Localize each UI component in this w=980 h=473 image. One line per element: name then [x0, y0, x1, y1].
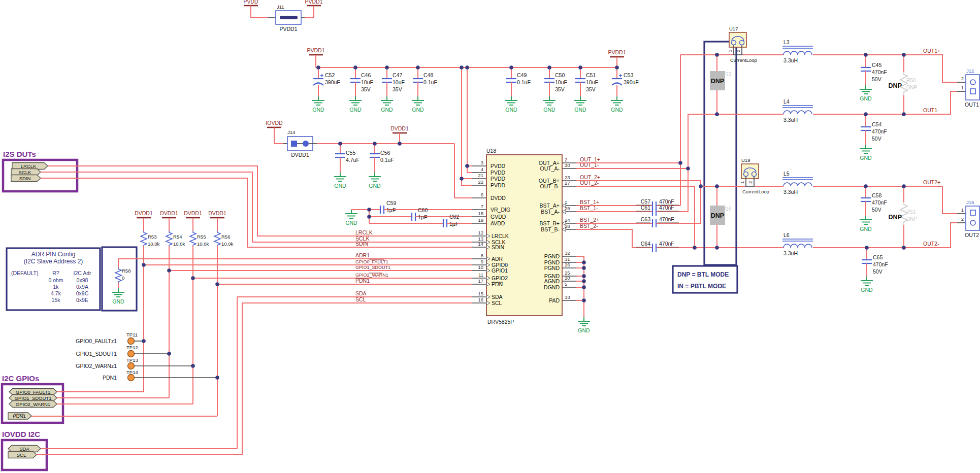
- pin-number: 2: [565, 157, 567, 162]
- cap-c60-value: 1µF: [418, 214, 427, 220]
- u17-ref: U17: [729, 26, 738, 31]
- cap-c59-ref[interactable]: C59: [386, 200, 396, 206]
- pin-name: PVDD: [491, 182, 506, 188]
- u19-ref: U19: [741, 157, 750, 163]
- ind-l6-value: 3.3uH: [783, 250, 798, 256]
- pin-name: PVDD: [491, 170, 506, 176]
- ind-l6-ref[interactable]: L6: [783, 232, 790, 238]
- i2c-gpios-title: I2C GPIOs: [2, 374, 39, 383]
- net-tag-sclk-label: SCLK: [19, 170, 31, 175]
- cap-c52-ref[interactable]: C52: [325, 72, 335, 78]
- cap-c65-ref[interactable]: C65: [873, 254, 883, 260]
- cap-c45-value: 470nF: [872, 69, 887, 75]
- testpoint-tp11[interactable]: [128, 338, 135, 345]
- res-r55-ref[interactable]: R55: [197, 234, 206, 240]
- pin-number: 14: [478, 241, 483, 247]
- wire-label-out2p: OUT2+: [923, 179, 940, 185]
- pin-number: 23: [565, 175, 570, 180]
- tp11-ref: TP11: [126, 332, 138, 337]
- adr-row-a: 0x9E: [76, 297, 88, 303]
- res-r53-ref[interactable]: R53: [148, 234, 156, 240]
- adr-row-a: 0x9A: [76, 284, 88, 290]
- pin-number: 10: [478, 264, 483, 270]
- pin-name: VR_DIG: [491, 207, 510, 213]
- net-label-pvdd1-right: PVDD1: [608, 49, 626, 55]
- pin-number: 1: [565, 199, 567, 205]
- pin-number: 24: [565, 217, 570, 223]
- pin-number: 4: [481, 166, 483, 172]
- cap-c46-ref[interactable]: C46: [361, 72, 371, 78]
- gnd-label: GND: [112, 298, 124, 305]
- j12-pin-top-number: 2: [961, 76, 964, 81]
- schematic-canvas: PVDD PVDD1 J11 PVDD1 PVDD1 PVDD1 GND C52…: [0, 0, 980, 473]
- pin-number: 21: [478, 173, 483, 178]
- ind-l3-value: 3.3uH: [783, 57, 798, 63]
- cap-c63-ref[interactable]: C63: [641, 216, 650, 222]
- adr-row-r: 4.7k: [51, 290, 61, 296]
- net-tag-gpio2-warn1-label: GPIO2_WARN1: [16, 401, 50, 407]
- pin-number: 9: [481, 259, 483, 264]
- ind-l3-ref[interactable]: L3: [783, 39, 790, 45]
- gnd-label: GND: [412, 107, 424, 113]
- testpoint-tp13[interactable]: [128, 363, 135, 369]
- cap-c45-ref[interactable]: C45: [872, 62, 881, 68]
- res-r58-value: 0: [122, 275, 124, 281]
- testpoint-tp12[interactable]: [128, 351, 135, 357]
- cap-c48-value: 0.1uF: [423, 79, 437, 85]
- cap-c48-ref[interactable]: C48: [423, 72, 433, 78]
- adr-config-title: ADR PIN Config: [31, 251, 76, 258]
- cap-c50-ref[interactable]: C50: [555, 72, 565, 78]
- adr-row-a: 0x98: [77, 277, 88, 283]
- cap-c51-ref[interactable]: C51: [586, 72, 596, 78]
- testpoint-tp14[interactable]: [128, 375, 135, 381]
- tp13-ref: TP13: [126, 357, 138, 363]
- jumper-j14-net: DVDD1: [291, 152, 309, 158]
- pin-name: AGND: [544, 278, 560, 284]
- net-label-dvdd1: DVDD1: [390, 125, 409, 131]
- cap-c56-ref[interactable]: C56: [380, 150, 390, 156]
- pin-name: GVDD: [491, 214, 506, 220]
- pin-name: PGND: [544, 265, 560, 271]
- gnd-label: GND: [860, 95, 872, 102]
- ind-l4-ref[interactable]: L4: [783, 98, 790, 105]
- res-r56-ref[interactable]: R56: [221, 234, 230, 240]
- cap-c60-ref[interactable]: C60: [418, 207, 428, 213]
- cap-c64-ref[interactable]: C64: [641, 241, 650, 247]
- dnp-j13-ref: J13: [723, 72, 732, 77]
- tp12-ref: TP12: [126, 345, 138, 350]
- cap-c58-ref[interactable]: C58: [872, 192, 881, 198]
- pin-name: PVDD: [491, 163, 506, 169]
- cap-c55-ref[interactable]: C55: [346, 150, 355, 156]
- ind-l5-ref[interactable]: L5: [783, 171, 790, 177]
- jumper-j11-shunt: [280, 16, 298, 19]
- cap-c61-ref[interactable]: C61: [641, 205, 650, 211]
- cap-c47-ref[interactable]: C47: [393, 72, 402, 78]
- u19-label: CurrentLoop: [742, 189, 769, 194]
- cap-c51-value: 10uF: [586, 79, 598, 85]
- net-label-pvdd1: PVDD1: [305, 0, 322, 5]
- jumper-j11-ref: J11: [277, 4, 284, 10]
- wire-label-bst-1p: BST_1+: [580, 199, 599, 205]
- pin-name: GPIO2: [492, 275, 508, 281]
- wire-label-scl: SCL: [355, 296, 366, 302]
- jumper-j14-pin2: [303, 141, 309, 147]
- gnd-label: GND: [543, 107, 556, 113]
- j12-ref: J12: [966, 68, 974, 74]
- pin-number: 27: [565, 180, 570, 186]
- cap-c54-ref[interactable]: C54: [872, 121, 881, 127]
- j12-pin-bot-number: 1: [961, 85, 964, 90]
- mode-note-line1: DNP = BTL MODE: [677, 271, 729, 278]
- cap-c49-ref[interactable]: C49: [517, 72, 527, 78]
- res-r54-ref[interactable]: R54: [173, 234, 182, 240]
- pin-name: PAD: [549, 297, 560, 303]
- cap-c57-ref[interactable]: C57: [641, 198, 650, 205]
- gnd-label: GND: [381, 107, 393, 113]
- j15-pin-top-number: 1: [961, 207, 964, 213]
- res-r56-value: 10.0k: [221, 241, 233, 247]
- cap-c62-ref[interactable]: C62: [449, 214, 459, 220]
- cap-c53-ref[interactable]: C53: [624, 72, 633, 78]
- pin-number: 3: [481, 160, 483, 165]
- res-r58-ref[interactable]: R58: [122, 268, 130, 274]
- pin-number: 6: [481, 192, 483, 197]
- connector-j12[interactable]: [966, 75, 979, 100]
